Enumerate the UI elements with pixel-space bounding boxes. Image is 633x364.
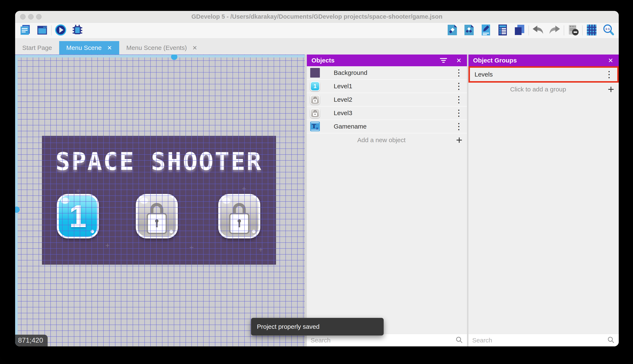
tab-menu-scene-events[interactable]: Menu Scene (Events) ✕ — [119, 41, 204, 54]
object-name: Gamename — [334, 123, 454, 130]
zoom-original-button[interactable]: 1:1 — [602, 24, 614, 36]
traffic-light-minimize-button[interactable] — [28, 14, 34, 20]
tab-label: Start Page — [22, 44, 52, 51]
game-title-text[interactable]: SPACE SHOOTER — [42, 147, 275, 176]
toggle-mask-button[interactable] — [567, 24, 579, 36]
kebab-menu-icon[interactable]: ⋮ — [605, 70, 613, 79]
lock-thumbnail-icon — [310, 95, 320, 104]
levels-group-highlight-box: Levels ⋮ — [468, 66, 619, 82]
object-document-icon — [447, 24, 458, 37]
add-group-label: Click to add a group — [468, 86, 608, 93]
toolbar: 1:1 — [15, 23, 619, 38]
traffic-light-zoom-button[interactable] — [36, 14, 42, 20]
object-row-background[interactable]: Background ⋮ — [307, 66, 467, 80]
lock-thumbnail-icon — [310, 108, 320, 118]
play-icon — [55, 24, 67, 37]
groups-search-input[interactable] — [468, 336, 607, 344]
kebab-menu-icon[interactable]: ⋮ — [454, 95, 463, 104]
play-preview-button[interactable] — [55, 24, 67, 36]
add-group-row[interactable]: Click to add a group + — [468, 82, 619, 96]
scene-window-button[interactable] — [36, 24, 48, 36]
toolbar-separator — [564, 25, 564, 36]
undo-button[interactable] — [532, 24, 544, 36]
project-manager-button[interactable] — [19, 24, 32, 36]
tab-close-icon[interactable]: ✕ — [107, 44, 112, 51]
toolbar-separator — [582, 25, 583, 36]
object-row-gamename[interactable]: Tx Gamename ⋮ — [307, 120, 467, 133]
objects-list: Background ⋮ 1 Level1 ⋮ Level2 ⋮ — [307, 66, 467, 334]
film-mask-icon — [567, 24, 579, 37]
tab-label: Menu Scene — [66, 44, 102, 51]
properties-button[interactable] — [480, 24, 492, 36]
debug-bug-icon — [71, 24, 84, 37]
star-sparkle: + — [154, 162, 158, 170]
panel-divider[interactable] — [467, 54, 468, 346]
objects-search-input[interactable] — [307, 336, 456, 344]
filter-icon[interactable] — [440, 58, 447, 63]
properties-pencil-icon — [481, 24, 491, 37]
group-row-levels[interactable]: Levels ⋮ — [470, 68, 617, 81]
search-icon — [607, 336, 614, 344]
kebab-menu-icon[interactable]: ⋮ — [454, 82, 463, 90]
toggle-grid-button[interactable] — [585, 24, 598, 36]
objects-search-bar — [307, 334, 467, 346]
instances-button[interactable] — [463, 24, 475, 36]
level1-button-sprite[interactable]: 1 — [57, 194, 99, 238]
canvas-vertical-scrollbar[interactable] — [15, 55, 18, 346]
vertical-scrollbar-thumb[interactable] — [15, 206, 20, 213]
undo-icon — [532, 25, 544, 36]
save-toast: Project properly saved — [251, 318, 384, 336]
level2-locked-button-sprite[interactable] — [136, 194, 178, 238]
objects-panel-header: Objects ✕ — [307, 54, 467, 66]
object-row-level1[interactable]: 1 Level1 ⋮ — [307, 80, 467, 93]
titlebar: GDevelop 5 - /Users/dkarakay/Documents/G… — [15, 11, 619, 23]
tab-close-icon[interactable]: ✕ — [192, 44, 197, 51]
groups-panel-title: Object Groups — [473, 57, 608, 64]
kebab-menu-icon[interactable]: ⋮ — [454, 108, 463, 118]
redo-button[interactable] — [549, 24, 561, 36]
traffic-light-close-button[interactable] — [20, 14, 26, 20]
debug-button[interactable] — [71, 24, 84, 36]
close-icon[interactable]: ✕ — [608, 57, 613, 64]
game-scene-background[interactable]: SPACE SHOOTER + + + + + + 1 — [42, 136, 276, 264]
object-name: Background — [334, 69, 454, 76]
redo-icon — [549, 25, 561, 36]
plus-icon[interactable]: + — [456, 134, 462, 146]
grid-icon — [586, 24, 597, 37]
svg-text:1:1: 1:1 — [605, 27, 610, 30]
star-sparkle: + — [105, 241, 110, 250]
add-object-button[interactable] — [446, 24, 458, 36]
level1-thumbnail-icon: 1 — [310, 81, 320, 91]
instances-icon — [463, 24, 475, 37]
plus-icon[interactable]: + — [608, 84, 614, 95]
level1-number: 1 — [59, 196, 97, 236]
toolbar-separator — [51, 25, 52, 36]
kebab-menu-icon[interactable]: ⋮ — [454, 122, 463, 131]
tab-menu-scene[interactable]: Menu Scene ✕ — [59, 41, 119, 54]
close-icon[interactable]: ✕ — [456, 57, 462, 64]
object-row-level3[interactable]: Level3 ⋮ — [307, 106, 467, 120]
scene-window-icon — [37, 24, 48, 36]
layers-button[interactable] — [513, 24, 526, 36]
object-name: Level2 — [334, 96, 454, 103]
toast-message: Project properly saved — [257, 323, 320, 330]
kebab-menu-icon[interactable]: ⋮ — [454, 68, 463, 77]
tab-start-page[interactable]: Start Page — [15, 41, 59, 54]
level3-locked-button-sprite[interactable] — [218, 194, 260, 238]
layers-icon — [514, 24, 525, 37]
star-sparkle: + — [189, 243, 194, 252]
canvas-horizontal-scrollbar[interactable] — [15, 55, 305, 58]
horizontal-scrollbar-thumb[interactable] — [171, 54, 177, 60]
panel-divider[interactable] — [305, 54, 307, 346]
text-object-thumbnail-icon: Tx — [310, 122, 320, 131]
groups-list: Levels ⋮ Click to add a group + — [468, 66, 619, 334]
objects-panel: Objects ✕ Background ⋮ 1 Level1 ⋮ — [307, 54, 467, 346]
add-object-row[interactable]: Add a new object + — [307, 133, 467, 147]
object-row-level2[interactable]: Level2 ⋮ — [307, 93, 467, 106]
tab-bar: Start Page Menu Scene ✕ Menu Scene (Even… — [15, 38, 619, 54]
object-name: Level3 — [334, 110, 454, 116]
gdevelop-window: GDevelop 5 - /Users/dkarakay/Documents/G… — [15, 11, 619, 346]
instances-list-button[interactable] — [497, 24, 509, 36]
zoom-1-1-icon: 1:1 — [602, 24, 614, 37]
scene-editor-canvas[interactable]: SPACE SHOOTER + + + + + + 1 — [15, 54, 305, 346]
